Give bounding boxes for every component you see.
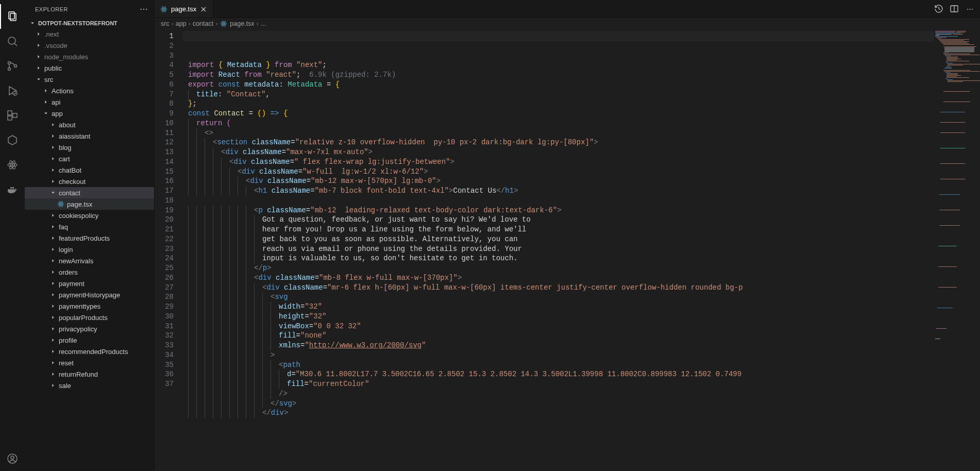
breadcrumb-item[interactable]: src	[161, 20, 170, 27]
breadcrumb-item[interactable]: page.tsx	[219, 20, 254, 28]
folder-item[interactable]: login	[25, 244, 154, 255]
folder-item[interactable]: recommendedProducts	[25, 346, 154, 357]
chevron-right-icon	[49, 155, 57, 162]
chevron-right-icon	[49, 302, 57, 310]
svg-point-2	[8, 37, 15, 44]
explorer-more-icon[interactable]: ⋯	[140, 4, 148, 14]
folder-item[interactable]: popularProducts	[25, 312, 154, 323]
folder-item[interactable]: paymentHistorypage	[25, 289, 154, 300]
folder-item[interactable]: sale	[25, 380, 154, 391]
tree-item-label: sale	[59, 382, 71, 390]
svg-rect-9	[8, 111, 12, 115]
folder-item[interactable]: contact	[25, 187, 154, 198]
tree-item-label: login	[59, 246, 73, 254]
chevron-right-icon	[49, 325, 57, 332]
tree-item-label: aiassistant	[59, 132, 90, 140]
tree-item-label: paymentHistorypage	[59, 291, 120, 299]
chevron-right-icon	[42, 98, 49, 106]
folder-item[interactable]: cart	[25, 153, 154, 164]
explorer-sidebar: EXPLORER ⋯ DOTPOT-NEXTSTOREFRONT .next.v…	[25, 0, 155, 471]
folder-item[interactable]: aiassistant	[25, 130, 154, 142]
folder-item[interactable]: src	[25, 74, 154, 85]
folder-item[interactable]: cookiespolicy	[25, 210, 154, 221]
code-area[interactable]: import { Metadata } from "next";import R…	[183, 29, 934, 471]
activity-atom-icon[interactable]	[0, 153, 25, 177]
activity-hexagon-icon[interactable]	[0, 128, 25, 153]
breadcrumb-item[interactable]: contact	[193, 20, 213, 27]
activity-accounts-icon[interactable]	[0, 446, 25, 471]
folder-item[interactable]: privacypolicy	[25, 323, 154, 334]
breadcrumb-item[interactable]: app	[176, 20, 187, 27]
folder-item[interactable]: newArrivals	[25, 255, 154, 266]
tree-item-label: .vscode	[44, 42, 67, 49]
split-editor-icon[interactable]	[949, 4, 959, 14]
tree-item-label: checkout	[59, 178, 86, 186]
chevron-down-icon	[35, 76, 42, 83]
tab-page-tsx[interactable]: page.tsx	[155, 0, 213, 18]
history-icon[interactable]	[934, 4, 944, 14]
activity-search-icon[interactable]	[0, 29, 25, 54]
folder-item[interactable]: .vscode	[25, 40, 154, 51]
tree-item-label: featuredProducts	[59, 234, 110, 242]
file-tree: DOTPOT-NEXTSTOREFRONT .next.vscodenode_m…	[25, 18, 154, 471]
svg-line-3	[14, 43, 17, 46]
chevron-right-icon	[49, 246, 57, 253]
chevron-right-icon	[35, 53, 42, 60]
folder-item[interactable]: app	[25, 108, 154, 119]
svg-point-24	[60, 204, 61, 204]
tree-item-label: recommendedProducts	[59, 348, 128, 356]
folder-item[interactable]: orders	[25, 266, 154, 278]
tree-item-label: cart	[59, 155, 70, 163]
activity-bar	[0, 0, 25, 471]
chevron-right-icon	[49, 337, 57, 344]
tree-item-label: paymenttypes	[59, 302, 100, 310]
svg-rect-0	[9, 12, 14, 19]
svg-marker-12	[8, 136, 16, 145]
folder-item[interactable]: faq	[25, 221, 154, 232]
activity-docker-icon[interactable]	[0, 177, 25, 202]
more-icon[interactable]: ⋯	[965, 4, 975, 14]
tree-item-label: src	[44, 76, 53, 83]
folder-item[interactable]: profile	[25, 334, 154, 346]
folder-item[interactable]: featuredProducts	[25, 232, 154, 244]
folder-item[interactable]: blog	[25, 142, 154, 153]
folder-item[interactable]: Actions	[25, 85, 154, 96]
minimap[interactable]	[934, 29, 980, 471]
folder-item[interactable]: reset	[25, 357, 154, 368]
folder-item[interactable]: public	[25, 62, 154, 74]
folder-item[interactable]: returnRefund	[25, 368, 154, 380]
tree-item-label: page.tsx	[67, 200, 92, 208]
project-root[interactable]: DOTPOT-NEXTSTOREFRONT	[25, 18, 154, 28]
tree-item-label: Actions	[52, 87, 74, 95]
svg-point-23	[11, 456, 14, 459]
chevron-right-icon	[49, 144, 57, 151]
chevron-right-icon	[49, 121, 57, 128]
activity-explorer-icon[interactable]	[0, 4, 25, 29]
folder-item[interactable]: node_modules	[25, 51, 154, 62]
editor-area: page.tsx ⋯ src › app › contact › page.ts…	[155, 0, 980, 471]
tree-item-label: chatBot	[59, 166, 81, 174]
close-icon[interactable]	[199, 5, 208, 13]
folder-item[interactable]: about	[25, 119, 154, 130]
folder-item[interactable]: paymenttypes	[25, 300, 154, 312]
file-item[interactable]: page.tsx	[25, 198, 154, 210]
folder-item[interactable]: payment	[25, 278, 154, 289]
chevron-right-icon	[49, 280, 57, 287]
explorer-header: EXPLORER ⋯	[25, 0, 154, 18]
tree-item-label: reset	[59, 359, 74, 367]
breadcrumbs[interactable]: src › app › contact › page.tsx › ...	[155, 18, 980, 29]
folder-item[interactable]: checkout	[25, 176, 154, 187]
activity-run-debug-icon[interactable]	[0, 78, 25, 103]
tab-label: page.tsx	[171, 5, 196, 13]
activity-extensions-icon[interactable]	[0, 103, 25, 128]
chevron-right-icon	[49, 234, 57, 242]
folder-item[interactable]: api	[25, 96, 154, 108]
breadcrumb-item[interactable]: ...	[261, 20, 266, 27]
folder-item[interactable]: .next	[25, 28, 154, 40]
tree-item-label: payment	[59, 280, 85, 288]
folder-item[interactable]: chatBot	[25, 164, 154, 176]
editor[interactable]: 1234567891011121314151617181920212223242…	[155, 29, 980, 471]
activity-source-control-icon[interactable]	[0, 54, 25, 78]
chevron-right-icon	[35, 64, 42, 72]
chevron-right-icon	[49, 178, 57, 185]
